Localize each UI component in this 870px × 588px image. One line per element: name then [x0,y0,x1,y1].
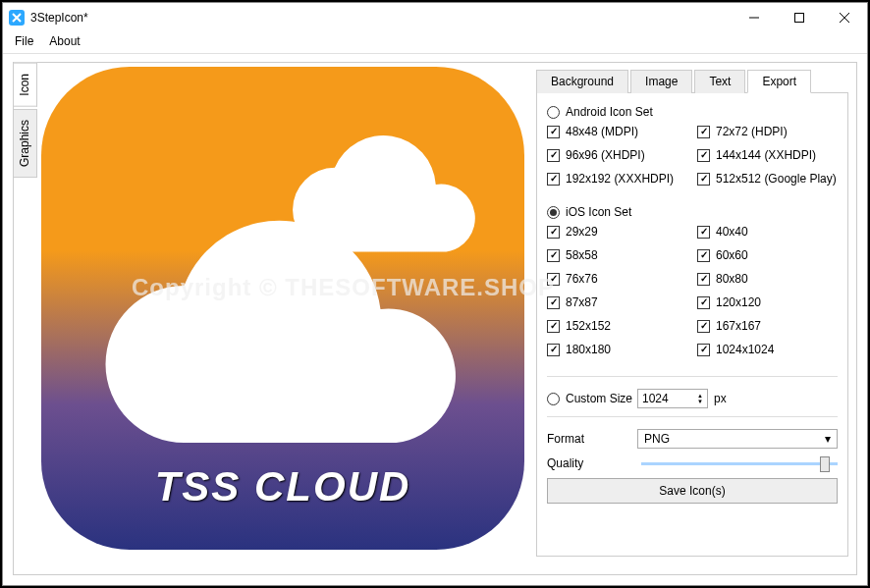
check-180[interactable]: ✓180x180 [547,343,687,356]
check-hdpi[interactable]: ✓72x72 (HDPI) [697,125,838,138]
cloud-front-icon [95,199,493,454]
checkbox-icon: ✓ [547,296,560,309]
check-xhdpi[interactable]: ✓96x96 (XHDPI) [547,148,687,162]
titlebar: 3StepIcon* [3,3,867,32]
checkbox-icon: ✓ [697,173,710,186]
quality-label: Quality [547,456,637,470]
maximize-button[interactable] [777,3,822,32]
checkbox-icon: ✓ [547,320,560,333]
custom-size-input[interactable]: 1024 ▲▼ [637,389,708,408]
export-panel: Android Icon Set ✓48x48 (MDPI) ✓72x72 (H… [536,93,848,557]
check-29[interactable]: ✓29x29 [547,225,687,239]
radio-icon [547,106,560,119]
separator [547,376,838,377]
spinner-icon[interactable]: ▲▼ [697,393,703,404]
check-152[interactable]: ✓152x152 [547,319,687,333]
menu-file[interactable]: File [7,32,41,53]
quality-slider[interactable] [641,462,838,465]
check-googleplay[interactable]: ✓512x512 (Google Play) [697,172,838,186]
separator [547,416,838,417]
slider-thumb[interactable] [820,456,830,472]
radio-label: Android Icon Set [566,105,653,119]
radio-label: iOS Icon Set [566,205,631,219]
px-label: px [714,392,727,405]
svg-rect-1 [795,14,804,23]
menu-about[interactable]: About [41,32,87,53]
check-60[interactable]: ✓60x60 [697,248,838,262]
minimize-button[interactable] [732,3,777,32]
check-mdpi[interactable]: ✓48x48 (MDPI) [547,125,687,138]
chevron-down-icon: ▾ [825,432,831,446]
radio-icon [547,206,560,219]
checkbox-icon: ✓ [697,249,710,262]
checkbox-icon: ✓ [697,344,710,356]
client-area: Icon Graphics TSS CLOUD Background Image… [13,62,857,575]
radio-android-set[interactable]: Android Icon Set [547,105,838,119]
tab-graphics[interactable]: Graphics [14,109,37,178]
check-87[interactable]: ✓87x87 [547,295,687,309]
check-167[interactable]: ✓167x167 [697,319,838,333]
app-icon [9,10,25,26]
tab-background[interactable]: Background [536,70,628,93]
check-76[interactable]: ✓76x76 [547,272,687,286]
format-select[interactable]: PNG ▾ [637,429,838,449]
close-button[interactable] [822,3,867,32]
radio-custom-size[interactable]: Custom Size [547,392,637,405]
checkbox-icon: ✓ [547,173,560,186]
checkbox-icon: ✓ [697,296,710,309]
check-80[interactable]: ✓80x80 [697,272,838,286]
window-title: 3StepIcon* [30,11,732,25]
tab-export[interactable]: Export [747,70,811,93]
left-tabstrip: Icon Graphics [14,63,37,574]
checkbox-icon: ✓ [697,149,710,162]
check-1024[interactable]: ✓1024x1024 [697,343,838,356]
icon-preview: TSS CLOUD [41,67,524,550]
tab-text[interactable]: Text [694,70,745,93]
check-xxxhdpi[interactable]: ✓192x192 (XXXHDPI) [547,172,687,186]
checkbox-icon: ✓ [697,320,710,333]
checkbox-icon: ✓ [697,273,710,286]
check-40[interactable]: ✓40x40 [697,225,838,239]
preview-text: TSS CLOUD [41,463,524,510]
check-58[interactable]: ✓58x58 [547,248,687,262]
checkbox-icon: ✓ [697,226,710,239]
menubar: File About [3,32,867,54]
radio-label: Custom Size [566,392,632,405]
options-tabstrip: Background Image Text Export [536,69,848,93]
checkbox-icon: ✓ [547,226,560,239]
tab-icon[interactable]: Icon [14,63,37,107]
checkbox-icon: ✓ [547,249,560,262]
checkbox-icon: ✓ [547,149,560,162]
radio-ios-set[interactable]: iOS Icon Set [547,205,838,219]
checkbox-icon: ✓ [547,344,560,356]
checkbox-icon: ✓ [547,126,560,138]
checkbox-icon: ✓ [697,126,710,138]
app-window: 3StepIcon* File About Icon Graphics TSS … [2,2,868,586]
tab-image[interactable]: Image [630,70,692,93]
format-label: Format [547,432,637,446]
checkbox-icon: ✓ [547,273,560,286]
right-pane: Background Image Text Export Android Ico… [528,63,856,574]
preview-wrap: TSS CLOUD [37,63,528,574]
check-xxhdpi[interactable]: ✓144x144 (XXHDPI) [697,148,838,162]
radio-icon [547,393,560,405]
save-button[interactable]: Save Icon(s) [547,478,838,504]
check-120[interactable]: ✓120x120 [697,295,838,309]
